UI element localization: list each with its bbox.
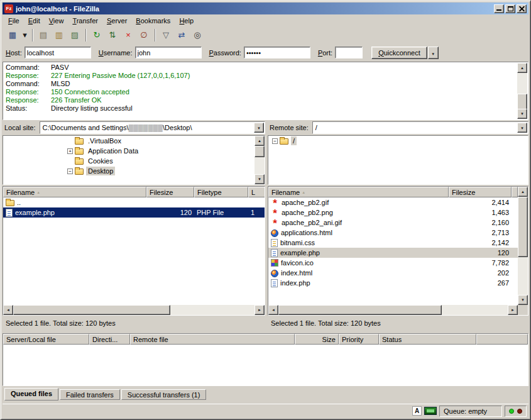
tree-item-label: Application Data — [86, 146, 140, 155]
scroll-left-button[interactable] — [268, 305, 278, 315]
column-header-l[interactable]: L — [248, 187, 265, 197]
menu-item-transfer[interactable]: Transfer — [68, 16, 102, 26]
close-button[interactable] — [517, 4, 527, 13]
scrollbar-thumb[interactable] — [13, 305, 170, 315]
tab-successful-transfers-1[interactable]: Successful transfers (1) — [121, 389, 207, 400]
disconnect-icon[interactable]: ∅ — [136, 28, 151, 42]
tree-item[interactable]: +Application Data — [3, 146, 265, 156]
local-tree-scrollbar[interactable] — [255, 136, 265, 184]
quickconnect-button[interactable]: Quickconnect — [371, 47, 427, 59]
directory-listing-filters-icon[interactable]: ▽ — [158, 28, 173, 42]
find-files-icon[interactable]: ◎ — [190, 28, 205, 42]
scrollbar-thumb[interactable] — [517, 94, 527, 110]
remote-site-combobox[interactable]: / — [312, 121, 528, 134]
log-scrollbar[interactable] — [517, 63, 527, 119]
toggle-transfer-queue-icon[interactable]: ▨ — [67, 28, 82, 42]
sort-ascending-icon: ▲ — [36, 191, 40, 194]
column-header-size[interactable]: Size — [295, 334, 339, 345]
site-manager-icon[interactable]: ▦ — [5, 28, 20, 42]
local-site-dropdown-button[interactable] — [254, 123, 264, 133]
file-size-cell: 202 — [449, 268, 512, 278]
tree-item[interactable]: .VirtualBox — [3, 136, 265, 146]
column-header-remote-file[interactable]: Remote file — [130, 334, 295, 345]
scroll-down-button[interactable] — [255, 174, 265, 184]
process-queue-icon[interactable]: ⇅ — [105, 28, 120, 42]
host-input[interactable] — [25, 47, 91, 58]
file-row[interactable]: applications.html2,713 — [268, 228, 518, 238]
toggle-directory-trees-icon[interactable]: ▥ — [52, 28, 67, 42]
directory-comparison-icon[interactable]: ⇄ — [174, 28, 189, 42]
password-input[interactable] — [244, 47, 310, 58]
username-input[interactable] — [135, 47, 202, 58]
data-type-indicator-icon[interactable]: A — [412, 406, 422, 416]
maximize-icon — [508, 6, 513, 11]
scroll-right-button[interactable] — [508, 305, 518, 315]
maximize-button[interactable] — [505, 4, 515, 13]
menu-item-view[interactable]: View — [45, 16, 68, 26]
cancel-icon[interactable]: × — [121, 28, 136, 42]
site-manager-dropdown-icon[interactable]: ▾ — [21, 28, 29, 42]
column-header-filetype[interactable]: Filetype — [194, 187, 248, 197]
local-list-hscrollbar[interactable] — [3, 305, 265, 315]
expand-icon[interactable]: + — [67, 148, 73, 154]
queue-status-text: Queue: empty — [444, 407, 487, 415]
file-name: apache_pb2_ani.gif — [282, 219, 342, 226]
column-header-priority[interactable]: Priority — [339, 334, 379, 345]
scroll-down-button[interactable] — [518, 295, 528, 305]
scroll-right-button[interactable] — [255, 305, 265, 315]
column-header-filesize[interactable]: Filesize — [146, 187, 194, 197]
file-row[interactable]: apache_pb2.gif2,414 — [268, 197, 518, 207]
file-name-cell: index.php — [268, 278, 449, 288]
file-name-cell: applications.html — [268, 228, 449, 238]
scrollbar-thumb[interactable] — [278, 305, 442, 315]
minimize-button[interactable] — [494, 4, 504, 13]
column-header-status[interactable]: Status — [379, 334, 476, 345]
file-row[interactable]: favicon.ico7,782 — [268, 258, 518, 268]
file-row[interactable]: example.php120PHP File1 — [3, 207, 265, 218]
tab-queued-files[interactable]: Queued files — [4, 388, 58, 401]
scroll-down-button[interactable] — [517, 109, 527, 119]
speed-limits-icon[interactable] — [424, 407, 437, 415]
remote-site-dropdown-button[interactable] — [517, 123, 527, 133]
column-header-directi[interactable]: Directi... — [89, 334, 130, 345]
scrollbar-thumb[interactable] — [255, 146, 265, 157]
queue-header: Server/Local fileDirecti...Remote fileSi… — [3, 334, 528, 345]
collapse-icon[interactable]: − — [67, 169, 73, 174]
column-header-filename[interactable]: Filename▲ — [3, 187, 146, 197]
scroll-up-button[interactable] — [255, 136, 265, 146]
file-row[interactable]: index.php267 — [268, 278, 518, 288]
scroll-up-button[interactable] — [517, 63, 527, 73]
remote-list-hscrollbar[interactable] — [268, 305, 518, 315]
tree-item[interactable]: Cookies — [3, 156, 265, 166]
column-header-label: Server/Local file — [6, 336, 56, 343]
title-bar[interactable]: Fz john@localhost - FileZilla — [3, 3, 528, 14]
file-size-cell — [146, 197, 194, 207]
scroll-up-button[interactable] — [518, 187, 528, 197]
toggle-message-log-icon[interactable]: ▤ — [36, 28, 51, 42]
tab-failed-transfers[interactable]: Failed transfers — [60, 389, 120, 400]
file-row[interactable]: bitnami.css2,142 — [268, 238, 518, 248]
file-row[interactable]: .. — [3, 197, 265, 207]
column-header-server-local-file[interactable]: Server/Local file — [3, 334, 89, 345]
file-row[interactable]: apache_pb2_ani.gif2,160 — [268, 218, 518, 228]
column-header-filesize[interactable]: Filesize — [449, 187, 512, 197]
menu-item-bookmarks[interactable]: Bookmarks — [131, 16, 175, 26]
port-input[interactable] — [335, 47, 363, 58]
collapse-icon[interactable]: − — [272, 138, 278, 144]
tree-item[interactable]: −Desktop — [3, 166, 265, 176]
file-row[interactable]: apache_pb2.png1,463 — [268, 207, 518, 218]
refresh-icon[interactable]: ↻ — [89, 28, 104, 42]
remote-list-vscrollbar[interactable] — [518, 187, 528, 305]
file-row[interactable]: example.php120 — [268, 248, 518, 258]
local-site-combobox[interactable]: C:\Documents and Settings\▒▒▒▒▒▒▒\Deskto… — [40, 121, 265, 134]
file-row[interactable]: index.html202 — [268, 268, 518, 278]
quickconnect-dropdown-button[interactable] — [428, 47, 439, 59]
tree-item[interactable]: −/ — [268, 136, 528, 146]
scroll-left-button[interactable] — [3, 305, 13, 315]
menu-item-edit[interactable]: Edit — [24, 16, 45, 26]
column-header-filename[interactable]: Filename▲ — [268, 187, 449, 197]
menu-item-file[interactable]: File — [4, 16, 24, 26]
scrollbar-thumb[interactable] — [518, 197, 528, 257]
menu-item-help[interactable]: Help — [175, 16, 198, 26]
menu-item-server[interactable]: Server — [102, 16, 131, 26]
